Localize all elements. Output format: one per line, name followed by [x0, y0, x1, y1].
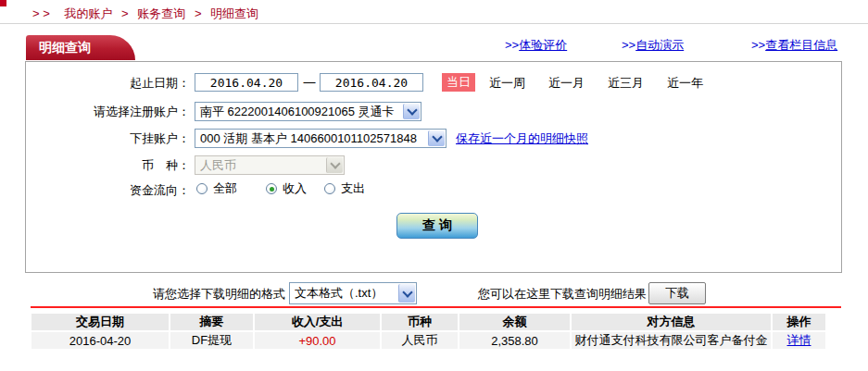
radio-flow-expense[interactable]: 支出 [324, 180, 365, 197]
cell-date: 2016-04-20 [31, 332, 169, 349]
range-last-week[interactable]: 近一周 [489, 75, 525, 92]
sub-account-label: 下挂账户： [37, 130, 190, 147]
link-column-info[interactable]: >>查看栏目信息 [751, 37, 837, 54]
breadcrumb-current: 明细查询 [210, 6, 258, 20]
download-format-select[interactable]: 文本格式（.txt） [289, 282, 417, 304]
today-filter[interactable]: 当日 [442, 73, 475, 92]
link-experience-review[interactable]: >>体验评价 [505, 37, 567, 54]
cell-counterparty: 财付通支付科技有限公司客户备付金 [572, 332, 771, 349]
chevron-down-icon [403, 104, 420, 119]
breadcrumb-link-account-query[interactable]: 账务查询 [137, 6, 185, 20]
radio-flow-income[interactable]: 收入 [266, 180, 307, 197]
registered-account-value: 南平 6222001406100921065 灵通卡 [200, 105, 395, 118]
radio-label: 支出 [341, 180, 365, 197]
download-result-label: 您可以在这里下载查询明细结果 [478, 286, 647, 303]
col-amount: 收入/支出 [255, 314, 380, 330]
cell-amount: +90.00 [255, 332, 380, 349]
col-date: 交易日期 [31, 314, 169, 330]
col-summary: 摘要 [170, 314, 253, 330]
chevron-down-icon [398, 284, 415, 303]
registered-account-label: 请选择注册账户： [37, 104, 190, 120]
breadcrumb-separator: > [121, 6, 129, 20]
link-auto-demo[interactable]: >>自动演示 [622, 37, 684, 54]
tab-detail-query: 明细查询 [26, 35, 135, 60]
radio-label: 收入 [283, 180, 307, 197]
download-button[interactable]: 下载 [648, 282, 706, 304]
col-currency: 币种 [382, 314, 458, 330]
cell-balance: 2,358.80 [459, 332, 570, 349]
breadcrumb-link-my-account[interactable]: 我的账户 [64, 6, 112, 20]
col-action: 操作 [773, 314, 825, 330]
tab-title: 明细查询 [39, 40, 91, 55]
range-last-3-months[interactable]: 近三月 [608, 75, 644, 92]
breadcrumb-prefix: > > [32, 6, 50, 20]
range-last-month[interactable]: 近一月 [548, 75, 585, 92]
table-row: 2016-04-20 DF提现 +90.00 人民币 2,358.80 财付通支… [31, 332, 825, 349]
fund-flow-label: 资金流向： [37, 182, 190, 199]
sub-account-select[interactable]: 000 活期 基本户 1406600101102571848 [195, 129, 447, 148]
cell-action: 详情 [773, 332, 825, 349]
radio-icon [196, 183, 208, 194]
page: > > 我的账户 > 账务查询 > 明细查询 明细查询 >>体验评价 >>自动演… [0, 0, 868, 371]
chevron-down-icon [326, 157, 343, 173]
red-divider [31, 306, 841, 308]
detail-link[interactable]: 详情 [787, 333, 811, 347]
download-format-value: 文本格式（.txt） [295, 286, 383, 300]
currency-select-disabled: 人民币 [195, 155, 345, 175]
currency-value: 人民币 [200, 158, 236, 172]
table-header-row: 交易日期 摘要 收入/支出 币种 余额 对方信息 操作 [31, 314, 825, 330]
cell-currency: 人民币 [382, 332, 458, 349]
radio-checked-icon [266, 183, 277, 194]
save-snapshot-link[interactable]: 保存近一个月的明细快照 [456, 130, 588, 147]
cell-summary: DF提现 [170, 332, 253, 349]
radio-flow-all[interactable]: 全部 [196, 180, 237, 197]
breadcrumb: > > 我的账户 > 账务查询 > 明细查询 [32, 6, 258, 22]
corner-decoration [0, 0, 6, 6]
sub-account-value: 000 活期 基本户 1406600101102571848 [200, 131, 417, 145]
col-counterparty: 对方信息 [572, 314, 771, 330]
query-button[interactable]: 查 询 [396, 213, 478, 239]
transactions-table: 交易日期 摘要 收入/支出 币种 余额 对方信息 操作 2016-04-20 D… [30, 312, 827, 351]
date-from-input[interactable] [195, 73, 298, 92]
download-format-label: 请您选择下载明细的格式 [111, 286, 285, 303]
chevron-down-icon [428, 130, 445, 146]
section-divider [0, 23, 868, 24]
registered-account-select[interactable]: 南平 6222001406100921065 灵通卡 [195, 102, 421, 121]
range-last-year[interactable]: 近一年 [667, 75, 703, 92]
date-range-separator: — [300, 75, 319, 89]
radio-label: 全部 [213, 180, 237, 197]
col-balance: 余额 [459, 314, 570, 330]
date-range-label: 起止日期： [37, 75, 190, 92]
breadcrumb-separator: > [195, 6, 202, 20]
currency-label: 币 种： [37, 157, 190, 174]
radio-icon [324, 183, 335, 194]
date-to-input[interactable] [320, 73, 423, 92]
